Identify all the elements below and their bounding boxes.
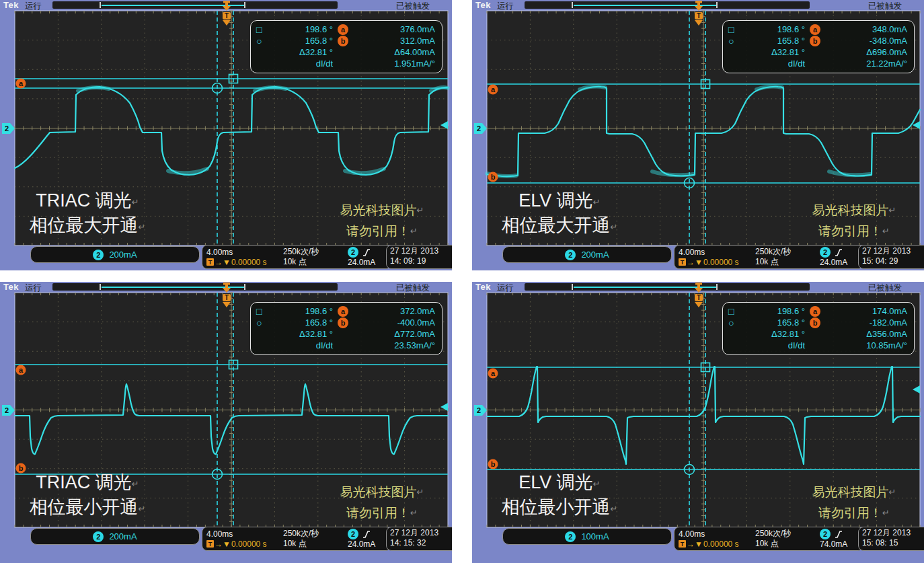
didt-value: 23.53mA/°	[353, 340, 435, 350]
didt-label: dI/dt	[274, 340, 333, 350]
record-view-bar	[525, 1, 810, 9]
delta-row: Δ32.81 ° Δ772.0mA	[256, 328, 435, 340]
channel-2-marker[interactable]: 2	[2, 405, 15, 416]
scope-captures-grid: a b 2 T Tek 运行	[0, 0, 924, 563]
cursor2-degrees: 165.8 °	[746, 36, 805, 46]
datetime-readout: 27 12月 2013 14: 15: 32	[386, 527, 452, 551]
cursor2-degrees: 165.8 °	[274, 36, 333, 46]
annotation-line1: TRIAC 调光	[36, 190, 132, 211]
cursor-b-value: -182.0mA	[825, 317, 907, 328]
cursor2-degrees: 165.8 °	[274, 317, 333, 328]
delta-row: Δ32.81 ° Δ356.0mA	[728, 328, 907, 340]
channel-vertical-scale: 200mA	[109, 531, 137, 541]
channel-b-badge: b	[810, 36, 820, 46]
return-mark: ↵	[417, 487, 424, 497]
cursor-b-badge: b	[488, 172, 498, 182]
delta-row: Δ32.81 ° Δ696.0mA	[728, 46, 907, 58]
trigger-position-letter: T	[697, 294, 701, 301]
didt-label: dI/dt	[746, 340, 805, 350]
datetime-readout: 27 12月 2013 14: 09: 19	[386, 245, 452, 269]
date-value: 27 12月 2013	[862, 528, 924, 538]
cursor1-square-symbol: □	[728, 306, 746, 317]
cursor-a-badge: a	[488, 369, 498, 379]
triggered-status: 已被触发	[868, 283, 902, 294]
trigger-record-flag-icon	[694, 1, 703, 11]
watermark-line1: 易光科技图片	[812, 203, 889, 217]
cursor2-row: ○ 165.8 ° b -400.0mA	[256, 317, 435, 328]
trigger-source-badge: 2	[820, 247, 831, 258]
cursor-b-badge-letter: b	[491, 173, 496, 181]
didt-label: dI/dt	[274, 59, 333, 69]
cursor-measurement-box: □ 198.6 ° a 376.0mA ○ 165.8 ° b 312.0mA …	[250, 20, 442, 73]
rising-slope-icon	[362, 248, 371, 257]
cursor-a-badge-letter: a	[491, 369, 496, 377]
cursor2-circle-symbol: ○	[728, 36, 746, 46]
top-status-bar: Tek 运行 已被触发	[472, 282, 924, 293]
watermark-label: 易光科技图片↵ 请勿引用！↵	[787, 200, 921, 241]
channel-2-marker[interactable]: 2	[2, 123, 15, 134]
acquisition-run-status: 运行	[497, 283, 514, 294]
rising-slope-icon	[835, 529, 843, 539]
channel-2-marker-label: 2	[477, 406, 481, 414]
channel-2-marker-label: 2	[477, 124, 481, 133]
delta-degrees: Δ32.81 °	[746, 329, 805, 339]
trigger-slope-cell: 2	[820, 247, 859, 258]
trigger-delay-t-icon: T	[679, 258, 686, 266]
trigger-record-flag-icon	[694, 283, 703, 293]
date-value: 27 12月 2013	[390, 246, 452, 256]
trigger-delay-arrow: →▼	[215, 258, 231, 267]
scope-panel: a b 2 T Tek 运行	[0, 0, 452, 270]
cursor-a-badge-letter: a	[491, 85, 496, 93]
trigger-slope-cell: 2	[820, 529, 859, 539]
channel-scale-readout[interactable]: 2 200mA	[502, 246, 672, 263]
channel-scale-readout[interactable]: 2 200mA	[30, 246, 200, 263]
cursor1-square-symbol: □	[728, 24, 746, 35]
return-mark: ↵	[139, 504, 146, 514]
dimmer-annotation-label: TRIAC 调光↵ 相位最大开通↵	[17, 189, 157, 239]
horizontal-trigger-readout[interactable]: 4.00ms 250k次/秒 2 T →▼ 0.00000 s 10k 点 24…	[202, 245, 391, 269]
channel-2-badge: 2	[93, 250, 104, 260]
horizontal-trigger-readout[interactable]: 4.00ms 250k次/秒 2 T →▼ 0.00000 s 10k 点 74…	[674, 527, 863, 551]
cursor2-circle-symbol: ○	[256, 36, 274, 46]
return-mark: ↵	[410, 508, 418, 518]
annotation-line1: ELV 调光	[518, 190, 593, 211]
timebase-row: 4.00ms 250k次/秒 2	[206, 528, 387, 538]
didt-label: dI/dt	[746, 59, 805, 69]
didt-value: 10.85mA/°	[825, 340, 907, 350]
delta-current-value: Δ356.0mA	[825, 329, 907, 339]
channel-scale-readout[interactable]: 2 100mA	[502, 528, 672, 545]
cursor-b-value: -400.0mA	[353, 317, 435, 328]
watermark-line2: 请勿引用！	[346, 224, 410, 238]
cursor1-row: □ 198.6 ° a 348.0mA	[728, 24, 907, 35]
channel-a-badge: a	[810, 306, 820, 317]
cursor1-row: □ 198.6 ° a 372.0mA	[256, 305, 435, 317]
datetime-readout: 27 12月 2013 15: 04: 29	[858, 245, 924, 269]
timebase-value: 4.00ms	[679, 529, 755, 539]
dimmer-annotation-label: TRIAC 调光↵ 相位最小开通↵	[17, 471, 157, 521]
channel-vertical-scale: 200mA	[109, 250, 137, 260]
record-window-right-bracket	[244, 2, 245, 8]
return-mark: ↵	[593, 479, 601, 489]
horizontal-trigger-readout[interactable]: 4.00ms 250k次/秒 2 T →▼ 0.00000 s 10k 点 24…	[202, 527, 391, 551]
trigger-delay-arrow: →▼	[215, 539, 231, 549]
record-length-value: 10k 点	[283, 256, 348, 268]
top-status-bar: Tek 运行 已被触发	[0, 0, 452, 11]
annotation-line2: 相位最小开通	[502, 497, 611, 517]
return-mark: ↵	[132, 197, 139, 207]
trigger-record-flag-icon	[222, 1, 231, 11]
return-mark: ↵	[611, 222, 618, 232]
trigger-delay-value: 0.00000 s	[703, 539, 739, 549]
channel-scale-readout[interactable]: 2 200mA	[30, 528, 200, 545]
return-mark: ↵	[132, 479, 139, 489]
didt-row: dI/dt 10.85mA/°	[728, 340, 907, 351]
annotation-line2: 相位最大开通	[502, 215, 611, 235]
cursor-a-value: 174.0mA	[825, 306, 907, 316]
channel-2-marker[interactable]: 2	[474, 405, 487, 416]
horizontal-trigger-readout[interactable]: 4.00ms 250k次/秒 2 T →▼ 0.00000 s 10k 点 24…	[674, 245, 863, 269]
datetime-readout: 27 12月 2013 15: 08: 15	[858, 527, 924, 551]
channel-2-marker[interactable]: 2	[474, 123, 487, 134]
channel-b-badge: b	[810, 317, 820, 328]
trigger-level-value: 24.0mA	[348, 258, 387, 267]
trigger-slope-cell: 2	[348, 247, 387, 258]
timebase-row: 4.00ms 250k次/秒 2	[679, 528, 859, 538]
